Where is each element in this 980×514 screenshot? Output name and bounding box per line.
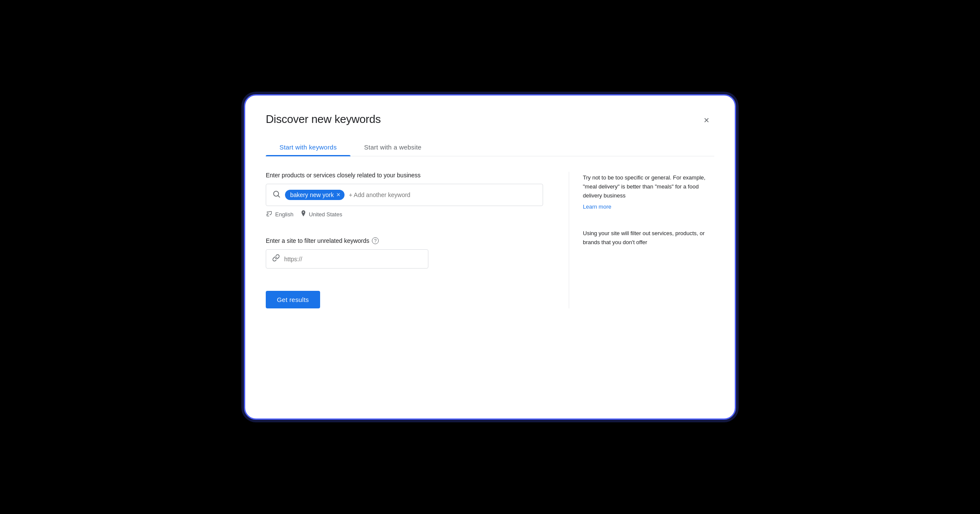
location-label: United States bbox=[309, 211, 342, 218]
tab-website[interactable]: Start with a website bbox=[350, 138, 435, 156]
close-button[interactable]: × bbox=[699, 113, 714, 128]
language-label: English bbox=[275, 211, 294, 218]
keyword-input-area[interactable]: bakery new york × bbox=[266, 184, 543, 206]
location-selector[interactable]: United States bbox=[300, 210, 342, 218]
svg-point-0 bbox=[273, 191, 279, 196]
discover-keywords-dialog: Discover new keywords × Start with keywo… bbox=[244, 94, 736, 420]
site-tip-text-container: Using your site will filter out services… bbox=[583, 229, 714, 247]
add-keyword-input[interactable] bbox=[349, 191, 537, 198]
site-url-input[interactable] bbox=[284, 256, 422, 263]
get-results-button[interactable]: Get results bbox=[266, 291, 320, 308]
location-icon bbox=[300, 210, 306, 218]
site-input-area[interactable] bbox=[266, 249, 428, 269]
tab-keywords[interactable]: Start with keywords bbox=[266, 138, 350, 156]
keyword-chip: bakery new york × bbox=[285, 190, 344, 200]
chip-label: bakery new york bbox=[290, 191, 334, 198]
svg-line-1 bbox=[278, 195, 280, 197]
translate-icon bbox=[266, 210, 273, 218]
help-icon[interactable]: ? bbox=[372, 237, 379, 244]
left-panel: Enter products or services closely relat… bbox=[266, 172, 543, 308]
learn-more-link[interactable]: Learn more bbox=[583, 203, 611, 210]
search-icon bbox=[272, 190, 281, 200]
site-tip-text: Using your site will filter out services… bbox=[583, 229, 714, 247]
site-section: Enter a site to filter unrelated keyword… bbox=[266, 237, 543, 269]
dialog-header: Discover new keywords × bbox=[266, 113, 714, 128]
link-icon bbox=[272, 254, 280, 264]
locale-row: English United States bbox=[266, 210, 543, 218]
products-section: Enter products or services closely relat… bbox=[266, 172, 543, 218]
main-content: Enter products or services closely relat… bbox=[266, 172, 714, 308]
tab-bar: Start with keywords Start with a website bbox=[266, 138, 714, 156]
site-label-row: Enter a site to filter unrelated keyword… bbox=[266, 237, 543, 244]
right-panel: Try not to be too specific or general. F… bbox=[569, 172, 714, 308]
site-label: Enter a site to filter unrelated keyword… bbox=[266, 237, 369, 244]
language-selector[interactable]: English bbox=[266, 210, 294, 218]
products-label: Enter products or services closely relat… bbox=[266, 172, 543, 179]
chip-remove-button[interactable]: × bbox=[336, 191, 340, 198]
keywords-tip-text: Try not to be too specific or general. F… bbox=[583, 173, 714, 200]
dialog-title: Discover new keywords bbox=[266, 113, 381, 126]
